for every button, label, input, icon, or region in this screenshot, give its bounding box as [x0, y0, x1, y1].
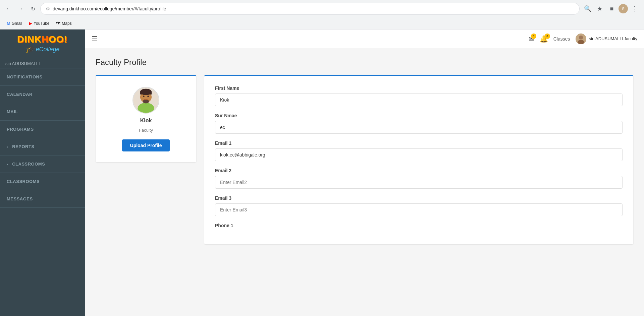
- calendar-label: CALENDAR: [7, 92, 33, 97]
- profile-avatar: [132, 87, 159, 114]
- upload-profile-button[interactable]: Upload Profile: [122, 139, 170, 151]
- email3-label: Email 3: [215, 195, 623, 201]
- email1-label: Email 1: [215, 140, 623, 146]
- profile-section: Kiok Faculty Upload Profile First Name S…: [96, 75, 633, 244]
- back-button[interactable]: ←: [4, 4, 13, 13]
- profile-card: Kiok Faculty Upload Profile: [96, 75, 196, 162]
- maps-icon: 🗺: [56, 21, 60, 26]
- svg-point-8: [143, 100, 149, 103]
- main-content: ☰ ✉ 0 🔔 0 Classes: [85, 29, 644, 316]
- sidebar-user: siri ADUSUMALLI: [0, 58, 85, 68]
- mail-badge: 0: [531, 34, 536, 39]
- bell-badge: 0: [545, 34, 550, 39]
- sidebar-logo: DINKHOO! 🎓 eCollege: [0, 29, 85, 58]
- email3-input[interactable]: [215, 203, 623, 216]
- menu-button[interactable]: ⋮: [629, 3, 640, 14]
- email2-input[interactable]: [215, 176, 623, 189]
- mail-label: MAIL: [7, 109, 18, 114]
- first-name-label: First Name: [215, 85, 623, 91]
- messages-label: MESSAGES: [7, 196, 33, 201]
- gmail-icon: M: [7, 21, 10, 26]
- bookmark-gmail[interactable]: M Gmail: [4, 19, 25, 27]
- sidebar-item-messages[interactable]: MESSAGES: [0, 190, 85, 208]
- top-navbar: ☰ ✉ 0 🔔 0 Classes: [85, 29, 644, 48]
- form-group-phone1: Phone 1: [215, 223, 623, 228]
- sidebar-item-reports[interactable]: › REPORTS: [0, 138, 85, 155]
- search-button[interactable]: 🔍: [582, 3, 593, 14]
- nav-user-name: siri ADUSUMALLI-faculty: [589, 36, 637, 41]
- sidebar-item-notifications[interactable]: NOTIFICATIONS: [0, 68, 85, 86]
- form-group-sur-name: Sur Nmae: [215, 113, 623, 134]
- reports-label: REPORTS: [12, 144, 34, 149]
- maps-label: Maps: [62, 21, 71, 26]
- sidebar-item-calendar[interactable]: CALENDAR: [0, 86, 85, 103]
- first-name-input[interactable]: [215, 93, 623, 106]
- sidebar-nav: NOTIFICATIONS CALENDAR MAIL PROGRAMS › R…: [0, 68, 85, 316]
- nav-user[interactable]: siri ADUSUMALLI-faculty: [576, 34, 637, 44]
- browser-user-avatar[interactable]: S: [619, 4, 628, 13]
- forward-button[interactable]: →: [16, 4, 25, 13]
- svg-point-9: [143, 96, 145, 97]
- sidebar-item-classrooms-expand[interactable]: › CLASSROOMS: [0, 155, 85, 173]
- svg-point-1: [579, 36, 583, 40]
- phone1-label: Phone 1: [215, 223, 623, 228]
- form-group-email1: Email 1: [215, 140, 623, 161]
- profile-role: Faculty: [139, 128, 153, 133]
- nav-user-avatar: [576, 34, 586, 44]
- reports-chevron: ›: [7, 145, 8, 149]
- svg-point-10: [147, 96, 149, 97]
- classrooms-expand-chevron: ›: [7, 162, 8, 166]
- avatar-image: [133, 87, 159, 114]
- classrooms-label: CLASSROOMS: [7, 179, 40, 184]
- hamburger-button[interactable]: ☰: [92, 35, 98, 43]
- youtube-icon: ▶: [29, 21, 32, 26]
- sidebar-item-classrooms[interactable]: CLASSROOMS: [0, 173, 85, 190]
- email1-input[interactable]: [215, 148, 623, 161]
- sidebar: DINKHOO! 🎓 eCollege siri ADUSUMALLI NOTI…: [0, 29, 85, 316]
- bookmark-youtube[interactable]: ▶ YouTube: [26, 19, 52, 27]
- address-bar[interactable]: ⚙ devang.dinkhoo.com/ecollege/member/#/f…: [40, 3, 580, 15]
- bookmark-button[interactable]: ★: [594, 3, 605, 14]
- sur-name-label: Sur Nmae: [215, 113, 623, 118]
- page-title: Faculty Profile: [96, 58, 633, 67]
- logo-dinkhoo: DINKHOO!: [17, 35, 68, 44]
- form-group-first-name: First Name: [215, 85, 623, 106]
- page-content: Faculty Profile: [85, 48, 644, 316]
- bell-button[interactable]: 🔔 0: [540, 35, 548, 43]
- programs-label: PROGRAMS: [7, 127, 34, 132]
- form-group-email2: Email 2: [215, 168, 623, 189]
- url-text: devang.dinkhoo.com/ecollege/member/#/fac…: [53, 6, 574, 11]
- security-icon: ⚙: [46, 6, 50, 11]
- extensions-button[interactable]: ■: [606, 3, 617, 14]
- mail-button[interactable]: ✉ 0: [529, 35, 534, 43]
- form-group-email3: Email 3: [215, 195, 623, 216]
- sidebar-item-programs[interactable]: PROGRAMS: [0, 121, 85, 138]
- refresh-button[interactable]: ↻: [28, 4, 38, 13]
- bookmarks-bar: M Gmail ▶ YouTube 🗺 Maps: [0, 17, 644, 29]
- email2-label: Email 2: [215, 168, 623, 173]
- gmail-label: Gmail: [12, 21, 22, 26]
- svg-rect-7: [140, 92, 152, 94]
- youtube-label: YouTube: [34, 21, 49, 26]
- classrooms-expand-label: CLASSROOMS: [12, 162, 45, 167]
- form-card: First Name Sur Nmae Email 1 Email 2: [204, 75, 633, 244]
- notifications-label: NOTIFICATIONS: [7, 74, 43, 79]
- classes-link[interactable]: Classes: [553, 36, 570, 42]
- profile-name: Kiok: [140, 118, 152, 124]
- sidebar-item-mail[interactable]: MAIL: [0, 103, 85, 121]
- bookmark-maps[interactable]: 🗺 Maps: [53, 19, 74, 27]
- logo-ecollege: 🎓 eCollege: [25, 45, 59, 54]
- sur-name-input[interactable]: [215, 121, 623, 134]
